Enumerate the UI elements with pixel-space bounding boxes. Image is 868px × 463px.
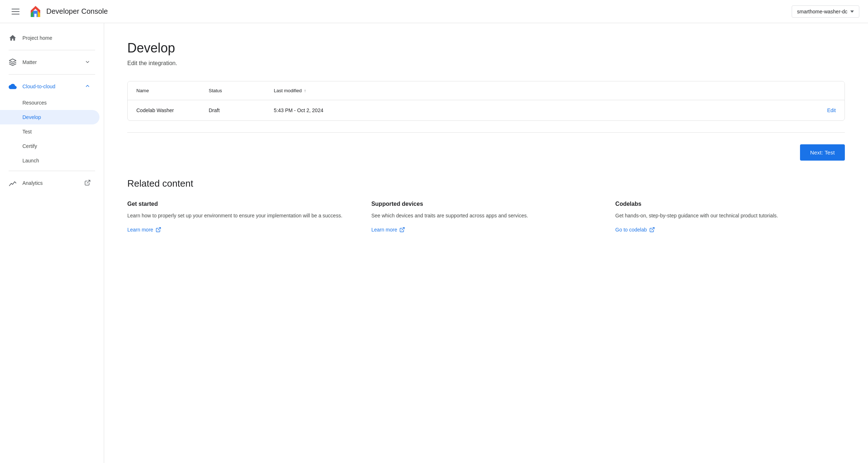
- get-started-desc: Learn how to properly set up your enviro…: [127, 212, 357, 220]
- related-content-grid: Get started Learn how to properly set up…: [127, 201, 845, 233]
- next-test-button[interactable]: Next: Test: [800, 144, 845, 161]
- matter-label: Matter: [22, 59, 78, 65]
- cloud-to-cloud-chevron-icon: [84, 83, 91, 90]
- sidebar-item-certify[interactable]: Certify: [0, 139, 99, 153]
- col-modified-label: Last modified: [274, 88, 302, 93]
- get-started-title: Get started: [127, 201, 357, 207]
- codelabs-desc: Get hands-on, step-by-step guidance with…: [615, 212, 845, 220]
- sidebar-divider-1: [9, 50, 95, 50]
- analytics-label: Analytics: [22, 180, 78, 186]
- topbar-left: Developer Console: [9, 4, 108, 19]
- edit-button[interactable]: Edit: [827, 107, 836, 113]
- sidebar-item-cloud-to-cloud[interactable]: Cloud-to-cloud: [0, 77, 99, 95]
- supported-devices-learn-more-label: Learn more: [371, 227, 397, 233]
- table-row: Codelab Washer Draft 5:43 PM - Oct 2, 20…: [128, 100, 844, 120]
- codelabs-link-label: Go to codelab: [615, 227, 647, 233]
- integration-table: Name Status Last modified ↑ Codelab Wash…: [127, 81, 845, 121]
- cell-integration-status: Draft: [209, 107, 274, 113]
- launch-label: Launch: [22, 158, 39, 163]
- project-selector[interactable]: smarthome-washer-dc: [792, 5, 859, 18]
- cell-integration-name: Codelab Washer: [136, 107, 209, 113]
- layout: Project home Matter Cloud-to-cloud: [0, 23, 868, 463]
- col-name-header: Name: [136, 88, 209, 93]
- cloud-icon: [9, 82, 17, 90]
- related-content-title: Related content: [127, 178, 845, 189]
- svg-line-2: [158, 228, 160, 230]
- sidebar-item-matter[interactable]: Matter: [0, 53, 99, 71]
- develop-label: Develop: [22, 114, 41, 120]
- table-header: Name Status Last modified ↑: [128, 81, 844, 100]
- main-content: Develop Edit the integration. Name Statu…: [104, 23, 868, 463]
- next-button-row: Next: Test: [127, 144, 845, 161]
- get-started-learn-more-label: Learn more: [127, 227, 153, 233]
- sidebar-item-project-home[interactable]: Project home: [0, 29, 99, 47]
- sidebar-item-analytics[interactable]: Analytics: [0, 174, 99, 192]
- codelabs-go-to-link[interactable]: Go to codelab: [615, 227, 845, 233]
- analytics-icon: [9, 179, 17, 187]
- get-started-external-icon: [156, 227, 161, 233]
- svg-line-1: [87, 180, 90, 183]
- cell-integration-modified: 5:43 PM - Oct 2, 2024: [274, 107, 827, 113]
- logo-container: Developer Console: [28, 4, 108, 19]
- resources-label: Resources: [22, 100, 47, 106]
- app-title: Developer Console: [46, 7, 108, 16]
- svg-line-4: [651, 228, 654, 230]
- col-modified-header: Last modified ↑: [274, 88, 836, 93]
- cell-integration-action: Edit: [827, 107, 836, 113]
- get-started-learn-more-link[interactable]: Learn more: [127, 227, 357, 233]
- certify-label: Certify: [22, 143, 37, 149]
- sidebar: Project home Matter Cloud-to-cloud: [0, 23, 104, 463]
- topbar: Developer Console smarthome-washer-dc: [0, 0, 868, 23]
- home-icon: [9, 34, 17, 42]
- hamburger-menu-button[interactable]: [9, 6, 22, 17]
- supported-devices-title: Supported devices: [371, 201, 601, 207]
- svg-line-3: [402, 228, 404, 230]
- sidebar-item-develop[interactable]: Develop: [0, 110, 99, 124]
- sidebar-divider-3: [9, 171, 95, 171]
- project-home-label: Project home: [22, 35, 91, 41]
- related-card-codelabs: Codelabs Get hands-on, step-by-step guid…: [615, 201, 845, 233]
- test-label: Test: [22, 129, 32, 135]
- supported-devices-desc: See which devices and traits are support…: [371, 212, 601, 220]
- codelabs-title: Codelabs: [615, 201, 845, 207]
- project-selector-value: smarthome-washer-dc: [797, 9, 847, 14]
- cloud-to-cloud-children: Resources Develop Test Certify Launch: [0, 95, 104, 168]
- page-subtitle: Edit the integration.: [127, 60, 845, 67]
- sidebar-item-launch[interactable]: Launch: [0, 153, 99, 168]
- matter-chevron-icon: [84, 59, 91, 66]
- sort-icon: ↑: [304, 88, 306, 93]
- related-card-supported-devices: Supported devices See which devices and …: [371, 201, 601, 233]
- sidebar-item-resources[interactable]: Resources: [0, 95, 99, 110]
- related-card-get-started: Get started Learn how to properly set up…: [127, 201, 357, 233]
- sidebar-item-test[interactable]: Test: [0, 124, 99, 139]
- sidebar-divider-2: [9, 74, 95, 75]
- col-status-header: Status: [209, 88, 274, 93]
- supported-devices-external-icon: [399, 227, 405, 233]
- chevron-down-icon: [850, 10, 854, 13]
- analytics-external-icon: [84, 179, 91, 187]
- page-title: Develop: [127, 41, 845, 56]
- codelabs-external-icon: [649, 227, 655, 233]
- google-home-logo-icon: [28, 4, 43, 19]
- section-divider: [127, 132, 845, 133]
- matter-icon: [9, 58, 17, 66]
- supported-devices-learn-more-link[interactable]: Learn more: [371, 227, 601, 233]
- cloud-to-cloud-label: Cloud-to-cloud: [22, 84, 78, 89]
